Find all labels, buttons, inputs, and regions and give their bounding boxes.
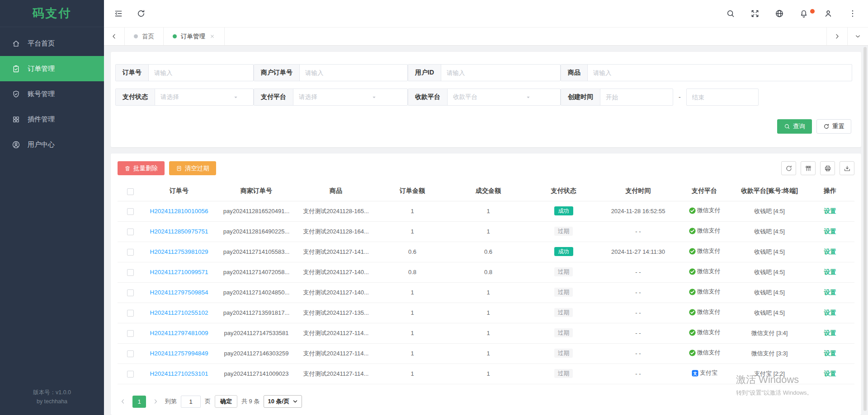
user-button[interactable] [824,9,833,18]
tabs-scroll-left-button[interactable] [104,28,125,45]
cell-merchant-order-id: pay2024112713591817... [215,303,297,323]
cell-order-amount: 1 [374,323,450,343]
globe-button[interactable] [775,9,784,18]
order-id-link[interactable]: H2024112797481009 [150,330,208,336]
row-settings-link[interactable]: 设置 [824,248,836,255]
select-all-checkbox[interactable] [127,188,134,195]
sidebar-item-plugins[interactable]: 插件管理 [0,107,104,132]
order-id-link[interactable]: H2024112710255102 [150,309,208,316]
app-layout: 码支付 平台首页订单管理账号管理插件管理用户中心 版本号：v1.0.0 by t… [0,0,868,415]
page-scrollbar[interactable] [863,47,867,411]
row-settings-link[interactable]: 设置 [824,309,836,316]
sidebar-item-user-center[interactable]: 用户中心 [0,132,104,157]
order-id-link[interactable]: H2024112753981029 [150,248,208,255]
table-export-button[interactable] [840,161,854,175]
alipay-icon: 支 [691,369,699,377]
page-size-select[interactable]: 10 条/页 [264,395,302,408]
tab-orders[interactable]: 订单管理 [164,28,225,45]
reset-button[interactable]: 重置 [816,119,851,134]
current-page-button[interactable]: 1 [132,396,146,408]
row-checkbox[interactable] [127,269,134,276]
row-checkbox[interactable] [127,371,134,378]
chevron-down-icon [854,33,861,40]
fullscreen-button[interactable] [750,9,760,18]
refresh-icon [137,9,146,18]
bell-button[interactable] [799,9,808,18]
more-icon [848,9,857,18]
table-print-button[interactable] [820,161,835,175]
total-count-label: 共 9 条 [241,397,259,406]
pay-platform-select[interactable]: 请选择 [293,89,382,105]
column-header: 支付平台 [675,182,733,201]
tabs-scroll-right-button[interactable] [826,28,847,45]
row-settings-link[interactable]: 设置 [824,350,836,357]
user-circle-icon [12,140,20,149]
topbar-right-icons [726,9,857,18]
order-id-link[interactable]: H2024112810010056 [150,208,208,214]
order-id-link[interactable]: H2024112710099571 [150,269,208,275]
order-id-input[interactable] [149,65,237,81]
tabs-container: 首页订单管理 [125,28,225,45]
row-checkbox[interactable] [127,208,134,215]
column-header: 成交金额 [450,182,526,201]
filter-label: 用户ID [408,65,441,81]
filter-group-order-id: 订单号 [115,64,254,81]
clear-expired-button[interactable]: 清空过期 [169,161,216,175]
prev-page-button[interactable] [118,396,128,407]
cell-receive-account: 收钱吧 [4:5] [733,262,806,282]
row-checkbox[interactable] [127,310,134,317]
row-checkbox[interactable] [127,330,134,337]
cell-product: 支付测试20241127-141... [297,242,374,262]
batch-delete-button[interactable]: 批量删除 [118,161,165,175]
order-id-link[interactable]: H2024112710253101 [150,370,208,377]
menu-collapse-button[interactable] [114,9,123,18]
tab-home[interactable]: 首页 [125,28,164,45]
receive-platform-select[interactable]: 收款平台 [448,89,536,105]
chevron-left-icon [111,33,118,40]
sidebar-item-home[interactable]: 平台首页 [0,31,104,56]
row-settings-link[interactable]: 设置 [824,269,836,275]
order-id-link[interactable]: H2024112797509854 [150,289,208,296]
row-settings-link[interactable]: 设置 [824,370,836,377]
tab-close-button[interactable] [209,33,215,39]
cell-status: 成功 [526,242,601,262]
cell-receive-account: 收钱吧 [4:5] [733,201,806,221]
next-page-button[interactable] [150,396,161,407]
date-start-input[interactable] [600,89,673,105]
search-button[interactable]: 查询 [777,119,812,134]
goto-page-input[interactable] [181,396,201,408]
row-checkbox[interactable] [127,289,134,296]
grid-icon [12,115,20,124]
cell-status: 过期 [526,262,601,282]
cell-pay-time: - - [601,343,675,364]
row-settings-link[interactable]: 设置 [824,330,836,336]
row-checkbox[interactable] [127,350,134,357]
pay-status-select[interactable]: 请选择 [155,89,244,105]
cell-platform: 微信支付 [689,227,721,235]
sidebar-item-accounts[interactable]: 账号管理 [0,81,104,107]
export-icon [844,165,851,172]
filter-actions: 查询 重置 [115,119,852,134]
user-icon [824,9,833,18]
row-checkbox[interactable] [127,249,134,256]
product-input[interactable] [588,65,676,81]
row-checkbox[interactable] [127,228,134,235]
status-badge-expired: 过期 [554,349,573,358]
user-id-input[interactable] [441,65,530,81]
table-refresh-button[interactable] [781,161,796,175]
more-button[interactable] [848,9,857,18]
table-columns-button[interactable] [801,161,816,175]
order-id-link[interactable]: H2024112850975751 [150,228,208,235]
refresh-button[interactable] [137,9,146,18]
sidebar-item-orders[interactable]: 订单管理 [0,56,104,81]
row-settings-link[interactable]: 设置 [824,208,836,214]
tabs-menu-button[interactable] [847,28,868,45]
row-settings-link[interactable]: 设置 [824,228,836,235]
date-end-input[interactable] [686,89,759,106]
row-settings-link[interactable]: 设置 [824,289,836,296]
goto-confirm-button[interactable]: 确定 [215,395,237,408]
merchant-order-id-input[interactable] [300,65,388,81]
search-button[interactable] [726,9,735,18]
order-id-link[interactable]: H2024112757994849 [150,350,208,357]
version-number: 版本号：v1.0.0 [0,388,104,397]
